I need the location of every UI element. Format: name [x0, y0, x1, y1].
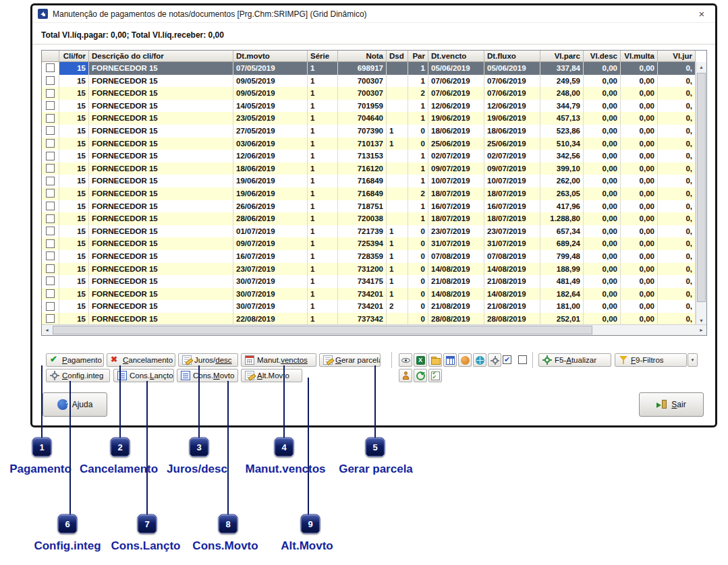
- juros-desc-button[interactable]: Juros/desc: [178, 353, 238, 367]
- column-header-vl-jur[interactable]: Vl.jur: [658, 51, 696, 62]
- cell: [387, 187, 408, 200]
- pagamento-button[interactable]: Pagamento: [46, 353, 104, 367]
- callout-label: Config.integ: [34, 539, 101, 553]
- column-header-select[interactable]: [42, 51, 59, 62]
- row-checkbox[interactable]: [46, 89, 55, 98]
- table-row[interactable]: 15FORNECEDOR 1509/07/201917253941031/07/…: [42, 237, 706, 250]
- row-checkbox[interactable]: [46, 139, 55, 148]
- cell: 07/08/2019: [484, 250, 540, 263]
- cell: 1: [387, 275, 408, 288]
- vertical-scrollbar[interactable]: ▲ ▼: [696, 62, 706, 326]
- toolbar-checkbox-unchecked[interactable]: [518, 355, 527, 364]
- scroll-left-icon[interactable]: ◄: [42, 325, 52, 335]
- vertical-scroll-thumb[interactable]: [697, 73, 706, 302]
- table-row[interactable]: 15FORNECEDOR 1530/07/201917342011014/08/…: [42, 288, 706, 301]
- row-checkbox[interactable]: [46, 189, 55, 198]
- table-row[interactable]: 15FORNECEDOR 1501/07/201917217391023/07/…: [42, 225, 706, 238]
- row-checkbox[interactable]: [46, 114, 55, 123]
- row-checkbox[interactable]: [46, 177, 55, 185]
- palette-tool-button[interactable]: [458, 353, 472, 367]
- column-header-vl-desc[interactable]: Vl.desc: [584, 51, 621, 62]
- cell: 0,: [658, 275, 696, 288]
- column-header-cli-for[interactable]: Cli/for: [59, 51, 89, 62]
- row-checkbox[interactable]: [46, 239, 55, 248]
- table-row[interactable]: 15FORNECEDOR 1522/08/20191737342028/08/2…: [42, 313, 706, 326]
- table-row[interactable]: 15FORNECEDOR 1512/06/20191713153102/07/2…: [42, 150, 706, 162]
- export-excel-button[interactable]: [414, 353, 427, 367]
- column-header-descri-o-do-cli-for[interactable]: Descrição do cli/for: [89, 51, 233, 62]
- column-header-nota[interactable]: Nota: [338, 51, 387, 62]
- grid-tool-button[interactable]: [443, 353, 457, 367]
- table-row[interactable]: 15FORNECEDOR 1528/06/20191720038118/07/2…: [42, 212, 706, 225]
- table-row[interactable]: 15FORNECEDOR 1519/06/20191716849110/07/2…: [42, 175, 706, 187]
- column-header-dt-fluxo[interactable]: Dt.fluxo: [484, 51, 540, 62]
- cell: 713153: [338, 150, 387, 162]
- row-checkbox[interactable]: [46, 76, 55, 85]
- ajuda-button[interactable]: Ajuda: [43, 392, 107, 417]
- view-tool-button[interactable]: [399, 353, 412, 367]
- column-header-dt-vencto[interactable]: Dt.vencto: [428, 51, 484, 62]
- cancelamento-button[interactable]: Cancelamento: [107, 353, 175, 367]
- row-checkbox[interactable]: [46, 251, 55, 260]
- row-checkbox[interactable]: [46, 152, 55, 160]
- row-checkbox[interactable]: [46, 214, 55, 223]
- table-row[interactable]: 15FORNECEDOR 1526/06/20191718751116/07/2…: [42, 200, 706, 213]
- row-checkbox[interactable]: [46, 126, 55, 135]
- row-checkbox[interactable]: [46, 264, 55, 273]
- row-checkbox[interactable]: [46, 276, 55, 285]
- config-integ-button[interactable]: Config.integ: [46, 369, 110, 382]
- table-row[interactable]: 15FORNECEDOR 1509/05/20191700307207/06/2…: [42, 87, 706, 100]
- refresh-tool-button[interactable]: [414, 369, 427, 382]
- table-row[interactable]: 15FORNECEDOR 1527/05/201917073901018/06/…: [42, 125, 706, 138]
- table-row[interactable]: 15FORNECEDOR 1514/05/20191701959112/06/2…: [42, 100, 706, 113]
- table-row[interactable]: 15FORNECEDOR 1519/06/20191716849218/07/2…: [42, 187, 706, 200]
- row-checkbox[interactable]: [46, 101, 55, 110]
- column-header-dt-movto[interactable]: Dt.movto: [233, 51, 308, 62]
- table-row[interactable]: 15FORNECEDOR 1503/06/201917101371025/06/…: [42, 138, 706, 150]
- table-row[interactable]: 15FORNECEDOR 1523/05/20191704640119/06/2…: [42, 112, 706, 125]
- scroll-up-icon[interactable]: ▲: [696, 62, 706, 72]
- f9-filtros-button[interactable]: F9-Filtros: [615, 353, 687, 367]
- table-row[interactable]: 15FORNECEDOR 1523/07/201917312001014/08/…: [42, 263, 706, 276]
- row-checkbox[interactable]: [46, 227, 55, 235]
- cons-movto-button[interactable]: Cons.Movto: [177, 369, 238, 382]
- table-row[interactable]: 15FORNECEDOR 1518/06/20191716120109/07/2…: [42, 162, 706, 175]
- filters-dropdown-button[interactable]: ▼: [688, 353, 698, 367]
- checklist-tool-button[interactable]: [428, 369, 442, 382]
- column-header-s-rie[interactable]: Série: [308, 51, 338, 62]
- alt-movto-button[interactable]: Alt.Movto: [241, 369, 302, 382]
- table-row[interactable]: 15FORNECEDOR 1509/05/20191700307107/06/2…: [42, 75, 706, 88]
- close-icon[interactable]: ×: [694, 8, 710, 20]
- row-checkbox[interactable]: [46, 63, 55, 72]
- row-checkbox[interactable]: [46, 302, 55, 311]
- gerar-parcela-button[interactable]: Gerar parcela: [319, 353, 381, 367]
- button-label: Juros/desc: [194, 356, 232, 364]
- toolbar-checkbox-checked[interactable]: ✔: [503, 355, 511, 364]
- row-checkbox[interactable]: [46, 164, 55, 173]
- row-checkbox[interactable]: [46, 202, 55, 210]
- sair-button[interactable]: Sair: [639, 392, 704, 417]
- cell: 0,00: [621, 175, 658, 187]
- cell: 1: [408, 150, 428, 162]
- row-checkbox[interactable]: [46, 314, 55, 323]
- manut-venctos-button[interactable]: Manut.venctos: [241, 353, 316, 367]
- open-folder-button[interactable]: [428, 353, 442, 367]
- column-header-par[interactable]: Par: [408, 51, 428, 62]
- settings-tool-button[interactable]: [488, 353, 501, 367]
- f5-atualizar-button[interactable]: F5-Atualizar: [538, 353, 611, 367]
- cons-lancto-button[interactable]: Cons.Lançto: [113, 369, 174, 382]
- column-header-vl-multa[interactable]: Vl.multa: [621, 51, 658, 62]
- globe-tool-button[interactable]: [473, 353, 486, 367]
- column-header-vl-parc[interactable]: Vl.parc: [540, 51, 584, 62]
- row-checkbox[interactable]: [46, 289, 55, 298]
- user-tool-button[interactable]: [399, 369, 412, 382]
- table-row[interactable]: 15FORNECEDOR 1530/07/201917342012021/08/…: [42, 300, 706, 313]
- table-row[interactable]: 15FORNECEDOR 1530/07/201917341751021/08/…: [42, 275, 706, 288]
- scroll-right-icon[interactable]: ►: [696, 325, 706, 335]
- horizontal-scroll-thumb[interactable]: [53, 326, 592, 334]
- cell: FORNECEDOR 15: [89, 250, 233, 263]
- column-header-dsd[interactable]: Dsd: [387, 51, 408, 62]
- table-row[interactable]: 15FORNECEDOR 1516/07/201917283591007/08/…: [42, 250, 706, 263]
- table-row[interactable]: 15FORNECEDOR 1507/05/20191698917105/06/2…: [42, 62, 706, 75]
- horizontal-scrollbar[interactable]: ◄ ►: [42, 324, 706, 335]
